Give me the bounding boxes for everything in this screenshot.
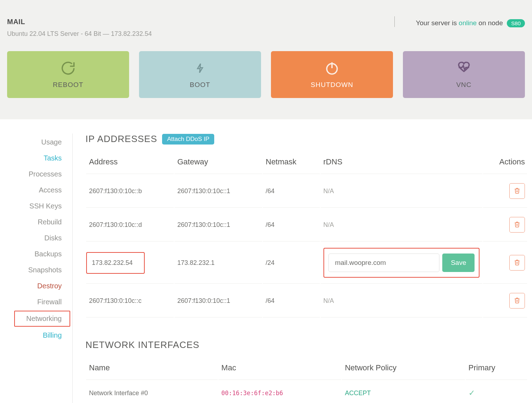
ip-table: Address Gateway Netmask rDNS Actions 260… [85, 152, 528, 318]
sidebar-item-rebuild[interactable]: Rebuild [0, 214, 72, 230]
col-nic-mac: Mac [218, 358, 341, 380]
nic-name-cell: Network Interface #0 [86, 381, 218, 403]
sidebar-item-backups[interactable]: Backups [0, 246, 72, 262]
col-actions: Actions [483, 152, 527, 174]
rdns-input[interactable] [328, 254, 440, 272]
heartbeat-icon [456, 60, 472, 76]
sidebar-item-snapshots[interactable]: Snapshots [0, 262, 72, 278]
shutdown-button[interactable]: SHUTDOWN [271, 51, 393, 98]
save-rdns-button[interactable]: Save [442, 254, 475, 272]
sidebar-item-label: Billing [43, 331, 62, 339]
nic-policy-cell: ACCEPT [342, 381, 465, 403]
sidebar-item-disks[interactable]: Disks [0, 230, 72, 246]
rdns-edit-group: Save [323, 248, 480, 278]
col-gateway: Gateway [174, 152, 262, 174]
vnc-label: VNC [456, 81, 471, 89]
page-header: MAIL Ubuntu 22.04 LTS Server - 64 Bit — … [7, 7, 525, 49]
sidebar-item-label: Tasks [44, 154, 62, 162]
col-nic-name: Name [86, 358, 218, 380]
ip-address-cell: 2607:f130:0:10c::c [86, 284, 174, 317]
delete-ip-button[interactable] [509, 293, 525, 309]
ip-rdns-cell: N/A [321, 175, 483, 208]
col-nic-primary: Primary [466, 358, 527, 380]
ip-rdns-cell: Save [321, 242, 483, 284]
ip-addresses-heading: IP ADDRESSES Attach DDoS IP [85, 134, 528, 145]
sidebar-item-label: Disks [44, 234, 62, 242]
status-online-word: online [459, 19, 477, 27]
sidebar-item-firewall[interactable]: Firewall [0, 294, 72, 310]
node-badge: S80 [507, 19, 525, 27]
ip-gateway-cell: 2607:f130:0:10c::1 [174, 175, 262, 208]
delete-ip-button[interactable] [509, 183, 525, 199]
server-name: MAIL [7, 18, 152, 26]
ip-gateway-cell: 2607:f130:0:10c::1 [174, 284, 262, 317]
vertical-divider [394, 16, 395, 27]
col-netmask: Netmask [263, 152, 320, 174]
ip-address-cell: 2607:f130:0:10c::d [86, 208, 174, 241]
ip-address-cell: 173.82.232.54 [86, 242, 174, 284]
delete-ip-button[interactable] [509, 255, 525, 271]
mac-value: 00:16:3e:6f:e2:b6 [221, 390, 283, 397]
ip-gateway-cell: 173.82.232.1 [174, 242, 262, 284]
sidebar-item-label: Snapshots [28, 266, 62, 274]
ip-rdns-cell: N/A [321, 208, 483, 241]
sidebar-item-label: Backups [34, 250, 62, 258]
trash-icon [514, 187, 520, 195]
ip-netmask-cell: /64 [263, 175, 320, 208]
sidebar-item-label: Processes [29, 170, 62, 178]
reboot-label: REBOOT [53, 81, 83, 89]
nic-primary-cell: ✓ [466, 381, 527, 403]
col-rdns: rDNS [321, 152, 483, 174]
sidebar-item-label: Firewall [37, 298, 62, 306]
sidebar-item-usage[interactable]: Usage [0, 134, 72, 150]
sidebar: Usage Tasks Processes Access SSH Keys Re… [0, 134, 73, 403]
ip-row: 173.82.232.54 173.82.232.1 /24 Save [86, 242, 527, 284]
ip-row: 2607:f130:0:10c::c 2607:f130:0:10c::1 /6… [86, 284, 527, 317]
action-card-row: REBOOT BOOT SHUTDOWN VNC [7, 51, 525, 98]
delete-ip-button[interactable] [509, 217, 525, 233]
server-subtitle: Ubuntu 22.04 LTS Server - 64 Bit — 173.8… [7, 30, 152, 38]
ip-address-cell: 2607:f130:0:10c::b [86, 175, 174, 208]
nic-row: Network Interface #0 00:16:3e:6f:e2:b6 A… [86, 381, 527, 403]
sidebar-item-tasks[interactable]: Tasks [0, 150, 72, 166]
sidebar-item-label: Destroy [37, 282, 62, 290]
shutdown-label: SHUTDOWN [311, 81, 353, 89]
boot-button[interactable]: BOOT [139, 51, 261, 98]
col-nic-policy: Network Policy [342, 358, 465, 380]
highlighted-address: 173.82.232.54 [86, 252, 145, 274]
boot-label: BOOT [190, 81, 210, 89]
ip-rdns-cell: N/A [321, 284, 483, 317]
ip-row: 2607:f130:0:10c::b 2607:f130:0:10c::1 /6… [86, 175, 527, 208]
attach-ddos-ip-button[interactable]: Attach DDoS IP [162, 134, 214, 145]
sidebar-item-access[interactable]: Access [0, 182, 72, 198]
check-icon: ✓ [469, 388, 475, 397]
network-interfaces-heading: NETWORK INTERFACES [85, 339, 528, 350]
ip-netmask-cell: /24 [263, 242, 320, 284]
sidebar-item-label: Rebuild [38, 218, 62, 226]
reboot-icon [60, 60, 76, 76]
trash-icon [514, 221, 520, 229]
ip-gateway-cell: 2607:f130:0:10c::1 [174, 208, 262, 241]
sidebar-item-label: Usage [41, 138, 62, 146]
network-interfaces-table: Name Mac Network Policy Primary Network … [85, 358, 528, 403]
sidebar-item-label: Networking [26, 315, 62, 322]
power-icon [324, 60, 340, 76]
section-title-text: NETWORK INTERFACES [85, 339, 199, 350]
sidebar-item-label: Access [39, 186, 62, 194]
sidebar-item-networking[interactable]: Networking [14, 311, 70, 327]
sidebar-item-destroy[interactable]: Destroy [0, 278, 72, 294]
section-title-text: IP ADDRESSES [85, 134, 157, 145]
sidebar-item-label: SSH Keys [29, 202, 62, 210]
server-status: Your server is online on node S80 [416, 18, 525, 27]
lightning-icon [192, 60, 208, 76]
sidebar-item-ssh-keys[interactable]: SSH Keys [0, 198, 72, 214]
sidebar-item-billing[interactable]: Billing [0, 327, 72, 343]
ip-row: 2607:f130:0:10c::d 2607:f130:0:10c::1 /6… [86, 208, 527, 241]
status-mid: on node [477, 19, 505, 27]
ip-netmask-cell: /64 [263, 208, 320, 241]
nic-mac-cell: 00:16:3e:6f:e2:b6 [218, 381, 341, 403]
vnc-button[interactable]: VNC [403, 51, 525, 98]
sidebar-item-processes[interactable]: Processes [0, 166, 72, 182]
reboot-button[interactable]: REBOOT [7, 51, 129, 98]
trash-icon [514, 297, 520, 305]
